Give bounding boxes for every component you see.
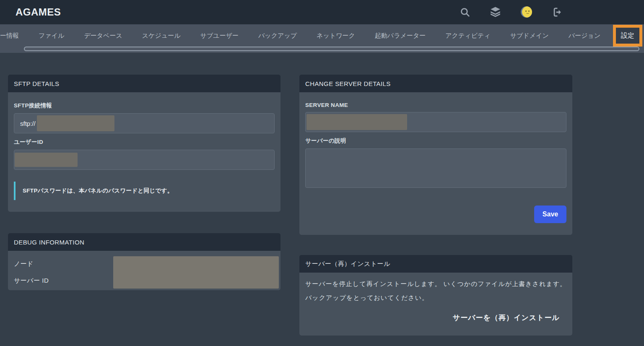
sftp-connection-input[interactable]: sftp://: [14, 113, 275, 133]
server-description-textarea[interactable]: [305, 148, 566, 188]
avatar-image: [521, 6, 532, 18]
redacted-sftp-address: [37, 115, 114, 131]
reinstall-description: サーバーを停止して再インストールします。 いくつかのファイルが上書きされます。バ…: [305, 277, 566, 304]
sftp-details-panel: SFTP DETAILS SFTP接続情報 sftp:// ユーザーID SFT…: [8, 75, 280, 212]
tab-databases[interactable]: データベース: [84, 32, 122, 40]
nav-tab-row: ー情報 ファイル データベース スケジュール サブユーザー バックアップ ネット…: [0, 24, 644, 40]
right-column: CHANGE SERVER DETAILS SERVER NAME サーバーの説…: [299, 75, 572, 336]
tab-schedules[interactable]: スケジュール: [142, 32, 181, 40]
change-server-details-panel: CHANGE SERVER DETAILS SERVER NAME サーバーの説…: [299, 75, 572, 235]
sftp-panel-body: SFTP接続情報 sftp:// ユーザーID SFTPパスワードは、本パネルの…: [8, 92, 280, 212]
top-bar: AGAMES: [0, 0, 644, 24]
user-avatar[interactable]: [521, 6, 532, 17]
left-column: SFTP DETAILS SFTP接続情報 sftp:// ユーザーID SFT…: [8, 75, 280, 336]
sftp-user-id-label: ユーザーID: [14, 138, 275, 146]
search-icon[interactable]: [460, 7, 470, 18]
debug-information-panel: DEBUG INFORMATION ノード サーバー ID: [8, 233, 280, 290]
redacted-debug-values: [113, 256, 279, 289]
sftp-panel-title: SFTP DETAILS: [8, 75, 280, 92]
server-nav: ー情報 ファイル データベース スケジュール サブユーザー バックアップ ネット…: [0, 24, 644, 53]
tab-activity[interactable]: アクティビティ: [445, 32, 490, 40]
logout-icon[interactable]: [553, 7, 564, 18]
tab-network[interactable]: ネットワーク: [317, 32, 355, 40]
reinstall-server-button[interactable]: サーバーを（再）インストール: [453, 313, 560, 323]
debug-panel-title: DEBUG INFORMATION: [8, 233, 280, 251]
debug-panel-body: ノード サーバー ID: [8, 251, 280, 290]
sftp-password-note: SFTPパスワードは、本パネルのパスワードと同じです。: [14, 182, 275, 200]
layers-icon[interactable]: [490, 6, 501, 17]
nav-horizontal-scrollbar[interactable]: [24, 47, 639, 51]
server-reinstall-panel: サーバー（再）インストール サーバーを停止して再インストールします。 いくつかの…: [299, 255, 572, 336]
server-details-panel-title: CHANGE SERVER DETAILS: [299, 75, 572, 92]
reinstall-panel-title: サーバー（再）インストール: [299, 255, 572, 273]
tab-version[interactable]: バージョン: [569, 32, 600, 40]
tab-settings[interactable]: 設定: [621, 31, 634, 40]
reinstall-panel-body: サーバーを停止して再インストールします。 いくつかのファイルが上書きされます。バ…: [299, 273, 572, 336]
tab-subusers[interactable]: サブユーザー: [200, 32, 239, 40]
sftp-user-id-input[interactable]: [14, 150, 275, 170]
server-description-label: サーバーの説明: [305, 137, 566, 145]
redacted-server-name: [306, 114, 407, 130]
app-logo[interactable]: AGAMES: [16, 6, 61, 18]
server-name-label: SERVER NAME: [305, 102, 566, 108]
redacted-user-id: [15, 153, 78, 167]
sftp-connection-label: SFTP接続情報: [14, 102, 275, 109]
tab-server-info[interactable]: ー情報: [0, 32, 19, 40]
server-name-input[interactable]: [305, 112, 566, 132]
tab-backups[interactable]: バックアップ: [258, 32, 297, 40]
save-button[interactable]: Save: [534, 206, 566, 223]
sftp-connection-prefix: sftp://: [20, 120, 36, 127]
tab-subdomain[interactable]: サブドメイン: [510, 32, 549, 40]
save-button-row: Save: [305, 206, 566, 223]
reinstall-action-row: サーバーを（再）インストール: [305, 313, 566, 323]
tab-startup[interactable]: 起動パラメーター: [375, 32, 426, 40]
settings-tab-highlight-box: 設定: [613, 25, 642, 47]
server-details-panel-body: SERVER NAME サーバーの説明 Save: [299, 92, 572, 235]
tab-files[interactable]: ファイル: [39, 32, 64, 40]
avatar-face-icon: [521, 6, 532, 18]
main-content: SFTP DETAILS SFTP接続情報 sftp:// ユーザーID SFT…: [8, 75, 644, 336]
